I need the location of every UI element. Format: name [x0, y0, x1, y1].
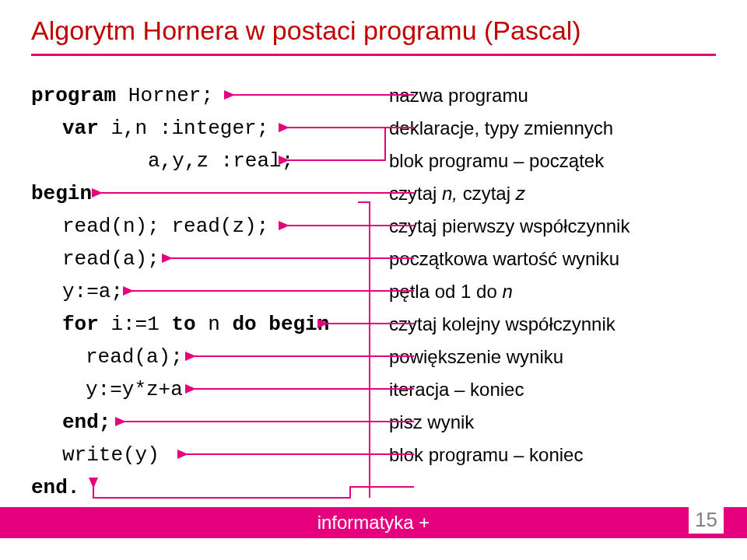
footer-label: informatyka + — [317, 512, 430, 534]
desc-line-1: nazwa programu — [389, 79, 716, 112]
desc-line-2: deklaracje, typy zmiennych — [389, 112, 716, 145]
code-line-5: read(n); read(z); — [31, 210, 366, 243]
desc-line-8: pętla od 1 do n — [389, 275, 716, 308]
desc-line-9: czytaj kolejny współczynnik — [389, 308, 716, 341]
code-line-6: read(a); — [31, 243, 366, 275]
code-line-2: var i,n :integer; — [31, 112, 366, 145]
code-line-8: for i:=1 to n do begin — [31, 308, 366, 341]
slide-title: Algorytm Hornera w postaci programu (Pas… — [0, 0, 747, 54]
desc-line-6: czytaj pierwszy współczynnik — [389, 210, 716, 243]
desc-line-4: blok programu – początek — [389, 145, 716, 177]
desc-line-11: iteracja – koniec — [389, 373, 716, 406]
code-line-7: y:=a; — [31, 275, 366, 308]
footer-bar: informatyka + — [0, 507, 747, 538]
code-line-12: write(y) — [31, 439, 366, 471]
content-area: program Horner; var i,n :integer; a,y,z … — [0, 56, 747, 460]
code-line-9: read(a); — [31, 341, 366, 373]
code-line-13: end. — [31, 471, 366, 504]
desc-line-12: pisz wynik — [389, 406, 716, 439]
code-line-1: program Horner; — [31, 79, 366, 112]
desc-line-7: początkowa wartość wyniku — [389, 243, 716, 275]
code-column: program Horner; var i,n :integer; a,y,z … — [31, 79, 366, 504]
code-line-4: begin — [31, 177, 366, 210]
description-column: nazwa programu deklaracje, typy zmiennyc… — [389, 79, 716, 471]
desc-line-13: blok programu – koniec — [389, 439, 716, 471]
desc-line-10: powiększenie wyniku — [389, 341, 716, 373]
code-line-3: a,y,z :real; — [31, 145, 366, 177]
page-number: 15 — [689, 506, 724, 534]
desc-line-5: czytaj n, czytaj z — [389, 177, 716, 210]
code-line-10: y:=y*z+a — [31, 373, 366, 406]
code-line-11: end; — [31, 406, 366, 439]
